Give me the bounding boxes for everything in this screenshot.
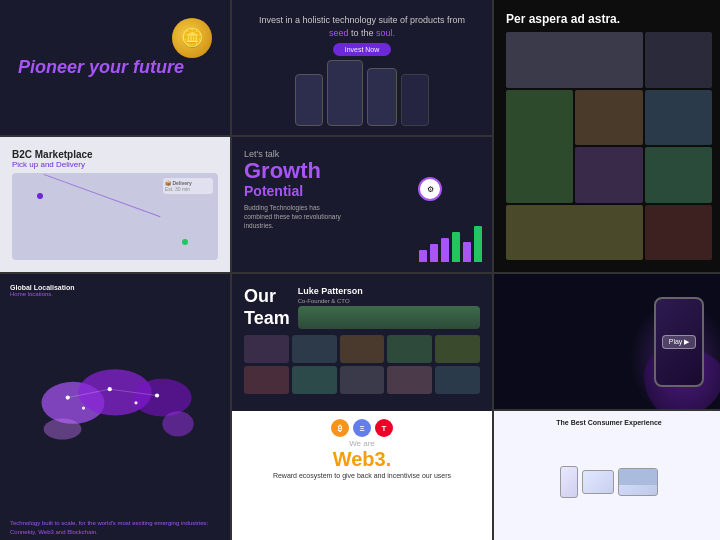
team-member-10 [387,366,432,394]
phones-row [295,60,429,126]
card-devices: The Best Consumer Experience [494,411,720,540]
team-member-info: Luke Patterson Co-Founder & CTO [298,286,480,329]
growth-logo: ⚙ [418,177,442,201]
growth-label: Growth [244,159,480,183]
map-pin-2 [182,239,188,245]
svg-point-9 [134,401,137,404]
photo-cell-2 [645,32,712,88]
tron-icon: T [375,419,393,437]
route-line [44,174,160,217]
map-pin-1 [37,193,43,199]
b2c-map: 📦 Delivery Est. 30 min [12,173,218,260]
web3-title: Web3. [333,448,392,471]
photo-cell-6 [575,147,642,203]
pioneer-italic: your [89,57,128,77]
phone-mock-1 [295,74,323,126]
svg-point-2 [133,379,192,417]
web3-desc: Reward ecosystem to give back and incent… [273,471,451,481]
photo-grid [506,32,712,260]
bar-3 [441,238,449,262]
team-member-7 [244,366,289,394]
our-team-title: Our Team [244,286,290,329]
devices-mockup [560,426,658,538]
play-container: Play ▶ [494,297,720,387]
bar-chart [419,226,482,262]
team-member-11 [435,366,480,394]
invest-button[interactable]: Invest Now [333,43,392,56]
team-title-block: Our Team [244,286,290,329]
eth-icon: Ξ [353,419,371,437]
bar-1 [419,250,427,262]
pioneer-headline: Pioneer your future [18,56,212,79]
team-member-8 [292,366,337,394]
pioneer-plain: Pioneer [18,57,89,77]
svg-point-4 [44,419,82,440]
team-member-3 [292,335,337,363]
pioneer-end: future [128,57,184,77]
card-global: Global Localisation Home locations. [0,274,230,540]
invest-soul: soul. [376,28,395,38]
global-title: Global Localisation [10,284,220,291]
potential-label: Potential [244,183,480,199]
phone-mock-3 [367,68,397,126]
btc-icon: ₿ [331,419,349,437]
photo-cell-3 [506,90,573,203]
photo-cell-4 [575,90,642,146]
card-pioneer: Pioneer your future 🪙 [0,0,230,135]
global-subtitle: Home locations. [10,291,220,297]
team-grid-row1 [244,335,480,363]
world-map [10,301,220,515]
photo-cell-7 [645,147,712,203]
device-laptop [618,468,658,496]
photo-cell-9 [645,205,712,261]
crypto-icons: ₿ Ξ T [331,419,393,437]
play-button[interactable]: Play ▶ [662,335,697,349]
card-aspera: Per aspera ad astra. [494,0,720,272]
device-phone [560,466,578,498]
invest-text-main: Invest in a holistic technology suite of… [259,15,465,25]
phone-3d: Play ▶ [654,297,704,387]
phone-mock-2 [327,60,363,126]
invest-text: Invest in a holistic technology suite of… [259,14,465,39]
photo-cell-8 [506,205,643,261]
member-name: Luke Patterson [298,286,480,296]
world-map-svg [10,301,220,515]
global-tech4: Blockchain. [67,529,98,535]
svg-point-8 [82,407,85,410]
bar-2 [430,244,438,262]
web3-prefix: We are [333,439,392,448]
member-role: Co-Founder & CTO [298,298,480,304]
card-growth: Let's talk Growth Potential Budding Tech… [232,137,492,272]
main-grid: Pioneer your future 🪙 Invest in a holist… [0,0,720,540]
b2c-title: B2C Marketplace [12,149,218,160]
team-member-2 [244,335,289,363]
phone-with-hand: Play ▶ [654,297,704,387]
invest-seed: seed [329,28,349,38]
global-bottom-main: Technology built to scale, for the world… [10,520,208,526]
team-member-photo [298,306,480,329]
photo-cell-1 [506,32,643,88]
card-play: Play ▶ [494,274,720,409]
growth-desc: Budding Technologies has combined these … [244,203,344,230]
card-b2c: B2C Marketplace Pick up and Delivery 📦 D… [0,137,230,272]
device-tablet [582,470,614,494]
phone-mock-4 [401,74,429,126]
team-member-6 [435,335,480,363]
b2c-subtitle: Pick up and Delivery [12,160,218,169]
team-member-5 [387,335,432,363]
global-tech3: and [56,529,68,535]
team-member-4 [340,335,385,363]
svg-point-3 [162,411,194,436]
team-top: Our Team Luke Patterson Co-Founder & CTO [244,286,480,329]
coin-icon: 🪙 [172,18,212,58]
map-card: 📦 Delivery Est. 30 min [163,178,213,194]
bar-4 [452,232,460,262]
bar-6 [474,226,482,262]
invest-middle: to the [351,28,376,38]
team-member-9 [340,366,385,394]
team-grid-row2 [244,366,480,394]
global-bottom-text: Technology built to scale, for the world… [10,519,220,536]
photo-cell-5 [645,90,712,146]
web3-title-block: We are Web3. [333,439,392,471]
bar-5 [463,242,471,262]
